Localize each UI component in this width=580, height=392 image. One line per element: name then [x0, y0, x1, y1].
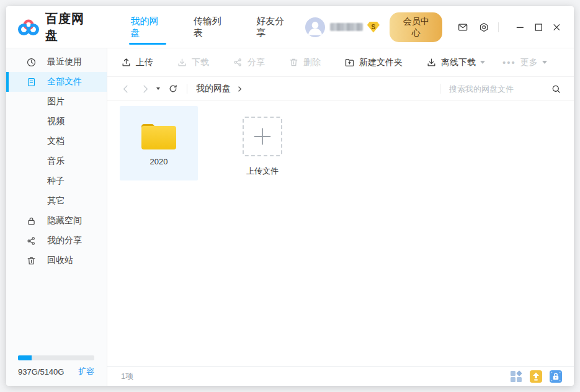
sidebar-item-my-shares[interactable]: 我的分享 [6, 231, 107, 251]
folder-name: 2020 [150, 157, 168, 166]
statusbar-icons [503, 370, 563, 383]
sidebar-item-others[interactable]: 其它 [6, 191, 107, 211]
sidebar: 最近使用 全部文件 图片 视频 文档 音乐 种子 [6, 48, 107, 386]
header: 百度网盘 我的网盘 传输列表 好友分享 S [6, 6, 574, 48]
share-icon [26, 236, 37, 246]
statusbar: 1项 [107, 366, 574, 386]
upload-tile-label: 上传文件 [246, 166, 279, 177]
apps-grid-icon[interactable] [509, 370, 523, 383]
sidebar-item-label: 音乐 [47, 156, 65, 167]
username-blurred [330, 23, 363, 31]
history-dropdown-icon[interactable] [156, 87, 160, 90]
breadcrumb-root[interactable]: 我的网盘 [196, 83, 231, 94]
trash-icon [288, 57, 299, 68]
upload-button[interactable]: 上传 [121, 57, 153, 68]
sidebar-item-label: 最近使用 [47, 56, 82, 68]
sidebar-item-pictures[interactable]: 图片 [6, 92, 107, 112]
new-folder-icon [344, 57, 355, 68]
file-list-icon [26, 77, 37, 87]
tab-label: 我的网盘 [130, 16, 164, 39]
toolbar-label: 上传 [136, 57, 153, 68]
sidebar-item-label: 图片 [47, 96, 65, 107]
sidebar-item-label: 其它 [47, 195, 65, 207]
vip-center-button[interactable]: 会员中心 [390, 12, 442, 42]
share-icon [233, 57, 243, 68]
minimize-button[interactable] [515, 22, 525, 32]
expand-storage-link[interactable]: 扩容 [78, 366, 94, 377]
search-input[interactable] [449, 84, 542, 94]
separator [187, 84, 187, 94]
view-toggle-group [571, 56, 574, 68]
avatar[interactable] [305, 17, 325, 37]
baidu-netdisk-logo-icon [17, 19, 40, 36]
plus-icon [252, 127, 272, 146]
maximize-button[interactable] [534, 22, 543, 32]
lock-icon [26, 216, 37, 226]
app-window: 百度网盘 我的网盘 传输列表 好友分享 S [6, 6, 574, 386]
settings-gear-icon[interactable] [478, 21, 489, 33]
header-separator [498, 22, 499, 32]
more-dots-icon: ••• [502, 60, 516, 66]
sidebar-item-recent[interactable]: 最近使用 [6, 52, 107, 72]
search-icon[interactable] [551, 84, 561, 94]
sidebar-item-videos[interactable]: 视频 [6, 112, 107, 131]
download-button[interactable]: 下载 [177, 57, 209, 68]
hidden-space-lock-icon[interactable] [549, 370, 563, 383]
sidebar-item-label: 视频 [47, 116, 65, 127]
folder-item-2020[interactable]: 2020 [120, 106, 198, 180]
storage-progress-fill [18, 355, 32, 360]
breadcrumb-chevron-icon [236, 86, 243, 92]
svip-badge-icon[interactable]: S [367, 22, 380, 33]
tab-my-drive[interactable]: 我的网盘 [130, 6, 164, 48]
toolbar-label: 更多 [520, 57, 538, 68]
offline-download-button[interactable]: 离线下载 [426, 57, 485, 68]
download-icon [177, 57, 187, 68]
app-title: 百度网盘 [45, 11, 95, 44]
sidebar-item-all-files[interactable]: 全部文件 [6, 72, 107, 92]
searchbox [431, 84, 561, 94]
separator [440, 84, 440, 94]
tab-transfer-list[interactable]: 传输列表 [194, 6, 228, 48]
offline-download-icon [426, 57, 437, 68]
chevron-down-icon [542, 61, 547, 64]
sidebar-item-music[interactable]: 音乐 [6, 151, 107, 171]
sidebar-item-label: 全部文件 [47, 76, 82, 87]
toolbar-label: 删除 [303, 57, 321, 68]
toolbar: 上传 下载 分享 [107, 48, 574, 77]
share-button[interactable]: 分享 [233, 57, 265, 68]
svip-badge-letter: S [372, 24, 376, 30]
sidebar-item-hidden-space[interactable]: 隐藏空间 [6, 211, 107, 231]
close-button[interactable] [552, 22, 561, 32]
mail-icon[interactable] [457, 21, 468, 33]
tab-label: 好友分享 [256, 16, 290, 39]
new-folder-button[interactable]: 新建文件夹 [344, 57, 403, 68]
more-button[interactable]: ••• 更多 [502, 57, 547, 68]
upload-file-tile[interactable]: 上传文件 [223, 106, 301, 180]
breadcrumb-bar: 我的网盘 [107, 77, 574, 101]
toolbar-label: 新建文件夹 [359, 57, 403, 68]
upload-dropzone [243, 117, 282, 156]
file-grid: 2020 上传文件 [107, 101, 574, 366]
storage-usage-text: 937G/5140G [18, 367, 64, 376]
main-panel: 上传 下载 分享 [107, 48, 574, 386]
chevron-down-icon [480, 61, 485, 64]
sidebar-item-label: 隐藏空间 [47, 215, 82, 226]
upload-icon [121, 57, 132, 68]
storage-progress-track [18, 355, 94, 360]
clock-icon [26, 57, 37, 68]
main-tabs: 我的网盘 传输列表 好友分享 [116, 6, 305, 48]
forward-arrow-icon[interactable] [141, 84, 150, 94]
sidebar-item-label: 我的分享 [47, 235, 82, 246]
sidebar-item-recycle-bin[interactable]: 回收站 [6, 251, 107, 270]
toolbar-label: 分享 [248, 57, 265, 68]
sidebar-item-label: 回收站 [47, 255, 73, 266]
delete-button[interactable]: 删除 [288, 57, 321, 68]
back-arrow-icon[interactable] [121, 84, 130, 94]
quick-upload-icon[interactable] [529, 370, 543, 383]
sidebar-item-documents[interactable]: 文档 [6, 131, 107, 151]
sidebar-item-label: 文档 [47, 136, 65, 147]
tab-friend-share[interactable]: 好友分享 [256, 6, 290, 48]
refresh-icon[interactable] [168, 84, 178, 94]
storage-section: 937G/5140G 扩容 [6, 355, 107, 386]
sidebar-item-torrents[interactable]: 种子 [6, 171, 107, 191]
